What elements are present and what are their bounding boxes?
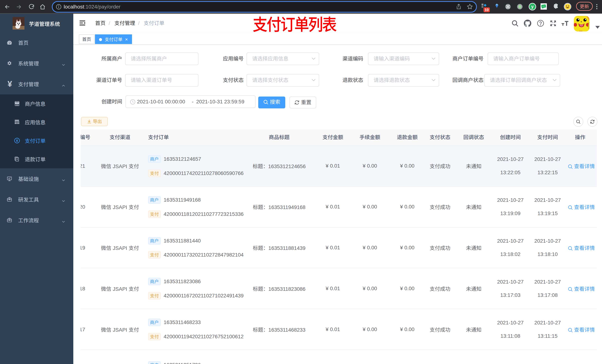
svg-text:¥: ¥	[16, 139, 18, 143]
svg-text:y: y	[531, 4, 534, 9]
